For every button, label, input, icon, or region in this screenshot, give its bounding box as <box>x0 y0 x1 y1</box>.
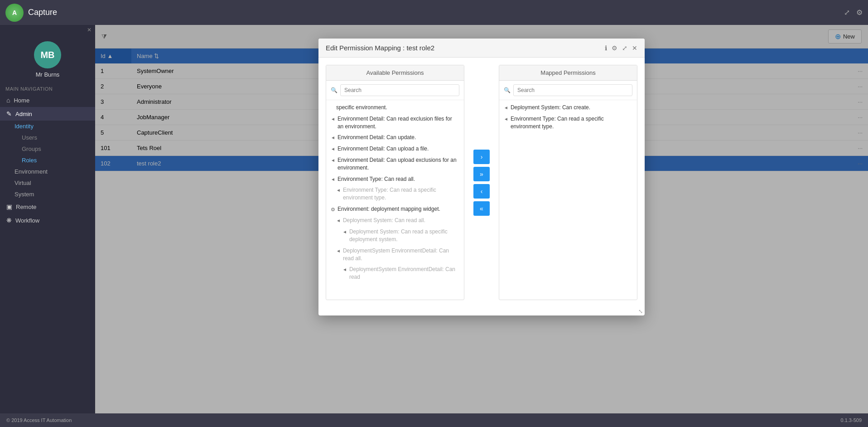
bottom-bar: © 2019 Access IT Automation 0.1.3-509 <box>0 413 868 427</box>
mapped-search-input[interactable] <box>513 84 632 96</box>
home-icon: ⌂ <box>6 97 10 104</box>
available-permissions-list: specific environment.◄Environment Detail… <box>326 100 464 300</box>
perm-text: Deployment System: Can create. <box>511 104 590 112</box>
perm-text: Environment Type: Can read a specific en… <box>511 115 632 131</box>
arrow-icon: ◄ <box>331 135 335 141</box>
sidebar-item-workflow[interactable]: ❋ Workflow <box>0 214 95 227</box>
arrow-icon: ◄ <box>342 229 347 235</box>
sidebar-item-identity[interactable]: Identity <box>0 121 95 132</box>
arrow-icon: ◄ <box>504 105 508 111</box>
perm-text: Environment Type: Can read a specific en… <box>343 186 459 202</box>
available-perm-item[interactable]: ◄Environment Detail: Can upload exclusio… <box>326 155 464 174</box>
available-perm-item[interactable]: ◄Environment Detail: Can update. <box>326 132 464 143</box>
sidebar-item-system[interactable]: System <box>0 189 95 200</box>
top-bar-right: ⤢ ⚙ <box>844 8 863 17</box>
available-perm-item[interactable]: ◄Environment Detail: Can read exclusion … <box>326 113 464 132</box>
mapped-perm-item[interactable]: ◄Environment Type: Can read a specific e… <box>499 113 637 132</box>
move-all-left-button[interactable]: « <box>473 201 490 216</box>
mapped-search-icon: 🔍 <box>504 87 511 93</box>
sidebar-item-roles-label: Roles <box>22 157 37 164</box>
copyright-text: © 2019 Access IT Automation <box>6 417 72 423</box>
mapped-panel-header: Mapped Permissions <box>499 65 637 81</box>
perm-text: Environment Detail: Can upload exclusion… <box>338 156 459 172</box>
expand-icon[interactable]: ⤢ <box>844 8 850 17</box>
workflow-icon: ❋ <box>6 217 12 224</box>
arrow-icon: ◄ <box>331 116 335 122</box>
available-perm-item[interactable]: ◄Environment Type: Can read a specific e… <box>326 184 464 204</box>
available-perm-item[interactable]: ◄Environment Detail: Can upload a file. <box>326 143 464 155</box>
perm-text: DeploymentSystem EnvironmentDetail: Can … <box>343 247 459 262</box>
app-logo: A <box>5 4 24 22</box>
remote-icon: ▣ <box>6 203 12 210</box>
permissions-layout: Available Permissions 🔍 specific environ… <box>326 65 637 300</box>
available-perm-item[interactable]: ⚙Environment: deployment mapping widget. <box>326 204 464 215</box>
mapped-permissions-panel: Mapped Permissions 🔍 ◄Deployment System:… <box>499 65 637 300</box>
arrow-icon: ◄ <box>342 267 347 273</box>
perm-text: Environment: deployment mapping widget. <box>338 205 440 213</box>
sidebar-item-remote[interactable]: ▣ Remote <box>0 200 95 214</box>
modal-title: Edit Permission Mapping : test role2 <box>326 44 434 52</box>
sidebar-item-environment[interactable]: Environment <box>0 166 95 177</box>
sidebar-item-system-label: System <box>14 191 34 198</box>
modal-expand-icon[interactable]: ⤢ <box>622 44 627 52</box>
app-title: Capture <box>28 8 57 17</box>
arrow-icon: ◄ <box>331 176 335 183</box>
available-perm-item[interactable]: ◄Deployment System: Can read all. <box>326 215 464 226</box>
perm-text: Deployment System: Can read all. <box>343 217 425 224</box>
logo-text: A <box>12 9 17 16</box>
perm-text: DeploymentSystem EnvironmentDetail: Can … <box>349 266 459 281</box>
sidebar-item-roles[interactable]: Roles <box>0 155 95 166</box>
user-section: MB Mr Burns <box>0 35 95 82</box>
sidebar-item-identity-label: Identity <box>14 123 34 130</box>
perm-text: Environment Type: Can read all. <box>338 175 415 183</box>
modal-info-icon[interactable]: ℹ <box>605 44 607 52</box>
available-perm-item[interactable]: specific environment. <box>326 102 464 113</box>
settings-icon[interactable]: ⚙ <box>856 8 863 17</box>
available-perm-item[interactable]: ◄DeploymentSystem EnvironmentDetail: Can… <box>326 245 464 264</box>
arrow-icon: ◄ <box>331 157 335 164</box>
modal-body: Available Permissions 🔍 specific environ… <box>318 58 645 307</box>
transfer-buttons: › » ‹ « <box>472 65 492 300</box>
available-search-input[interactable] <box>340 84 459 96</box>
perm-text: Environment Detail: Can update. <box>338 134 416 141</box>
modal-header-icons: ℹ ⚙ ⤢ ✕ <box>605 44 637 52</box>
mapped-perm-item[interactable]: ◄Deployment System: Can create. <box>499 102 637 113</box>
username-label: Mr Burns <box>36 71 60 78</box>
perm-text: Environment Detail: Can upload a file. <box>338 145 429 153</box>
available-perm-item[interactable]: ◄DeploymentSystem EnvironmentDetail: Can… <box>326 264 464 283</box>
sidebar-item-remote-label: Remote <box>16 204 37 210</box>
sidebar-item-workflow-label: Workflow <box>15 217 39 224</box>
move-left-button[interactable]: ‹ <box>473 184 490 199</box>
sidebar-item-groups[interactable]: Groups <box>0 143 95 155</box>
sidebar-item-home-label: Home <box>14 97 29 104</box>
content-area: ⧩ ⊕ New Id ▲ Name ⇅ 1 SystemOwner <box>95 25 868 413</box>
modal-resize-handle[interactable]: ⤡ <box>318 307 645 315</box>
sidebar-item-virtual-label: Virtual <box>14 180 31 186</box>
available-perm-item[interactable]: ◄Deployment System: Can read a specific … <box>326 226 464 245</box>
sidebar-item-virtual[interactable]: Virtual <box>0 177 95 189</box>
main-layout: ✕ MB Mr Burns Main Navigation ⌂ Home ✎ A… <box>0 25 868 413</box>
sidebar-item-users[interactable]: Users <box>0 132 95 143</box>
nav-section-label: Main Navigation <box>0 82 95 93</box>
arrow-icon: ◄ <box>331 146 335 152</box>
modal-settings-icon[interactable]: ⚙ <box>612 44 617 52</box>
gear-icon: ⚙ <box>331 206 335 213</box>
admin-icon: ✎ <box>6 110 12 117</box>
edit-permission-modal: Edit Permission Mapping : test role2 ℹ ⚙… <box>318 39 645 315</box>
move-right-button[interactable]: › <box>473 150 490 164</box>
move-all-right-button[interactable]: » <box>473 167 490 181</box>
sidebar-item-environment-label: Environment <box>14 168 48 175</box>
sidebar-item-admin[interactable]: ✎ Admin <box>0 107 95 121</box>
sidebar-item-admin-label: Admin <box>15 111 32 117</box>
perm-text: specific environment. <box>336 104 387 112</box>
sidebar-collapse-btn[interactable]: ✕ <box>0 25 95 35</box>
arrow-icon: ◄ <box>336 248 341 254</box>
modal-overlay: Edit Permission Mapping : test role2 ℹ ⚙… <box>95 25 868 413</box>
sidebar-item-groups-label: Groups <box>22 146 41 152</box>
arrow-icon: ◄ <box>336 218 341 224</box>
modal-close-icon[interactable]: ✕ <box>632 44 637 52</box>
sidebar: ✕ MB Mr Burns Main Navigation ⌂ Home ✎ A… <box>0 25 95 413</box>
sidebar-item-home[interactable]: ⌂ Home <box>0 93 95 107</box>
available-permissions-panel: Available Permissions 🔍 specific environ… <box>326 65 464 300</box>
available-perm-item[interactable]: ◄Environment Type: Can read all. <box>326 174 464 185</box>
